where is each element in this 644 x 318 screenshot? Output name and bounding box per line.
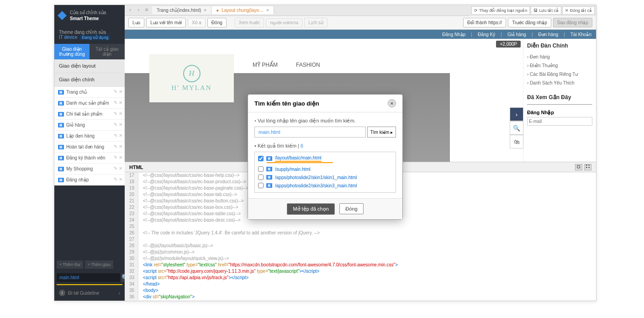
sidebar-search-input[interactable] bbox=[57, 273, 120, 282]
newbie-button[interactable]: Người mới/Khá bbox=[266, 18, 302, 27]
editor-expand-icon[interactable]: ⛶ bbox=[584, 164, 591, 170]
sync-source-button[interactable]: ⟳Thay đổi đồng loạt nguồn bbox=[471, 6, 530, 15]
nav-link[interactable]: FASHION bbox=[296, 62, 320, 68]
modal-close-footer-button[interactable]: Đóng bbox=[339, 203, 363, 214]
site-nav: MỸ PHẨMFASHION bbox=[253, 62, 320, 68]
guideline-link[interactable]: i Đi tới Guideline › bbox=[54, 285, 125, 301]
forum-title: Diễn Đàn Chính bbox=[527, 42, 592, 49]
site-logo[interactable]: H H' MYLAN bbox=[149, 54, 234, 102]
modal-search-input[interactable] bbox=[254, 127, 366, 138]
item-actions[interactable]: ✎ ✕ bbox=[114, 177, 122, 182]
sidebar-subtitle: Cửa sổ chỉnh sửa bbox=[70, 10, 106, 16]
file-type-badge: ▦ bbox=[58, 134, 64, 138]
sidebar-file-item[interactable]: ▦Đăng ký thành viên✎ ✕ bbox=[54, 153, 125, 164]
sidebar-file-item[interactable]: ▦Giỏ hàng✎ ✕ bbox=[54, 120, 125, 131]
preview-button[interactable]: Xem trước bbox=[235, 18, 264, 27]
item-actions[interactable]: ✎ ✕ bbox=[114, 155, 122, 160]
nav-link[interactable]: MỸ PHẨM bbox=[253, 62, 278, 68]
before-login-button[interactable]: Trước đăng nhập bbox=[508, 18, 551, 27]
panel-menu-item[interactable]: Các Bài Đăng Riêng Tư bbox=[527, 70, 592, 79]
item-actions[interactable]: ✎ ✕ bbox=[114, 89, 122, 94]
item-actions[interactable]: ✎ ✕ bbox=[114, 111, 122, 116]
result-checkbox[interactable] bbox=[258, 175, 264, 180]
side-icon-arrow[interactable]: › bbox=[510, 107, 523, 121]
sidebar-file-item[interactable]: ▦Trang chủ✎ ✕ bbox=[54, 87, 125, 98]
close-all-button[interactable]: ✕Đóng tất cả bbox=[562, 6, 595, 15]
results-label: Kết quả tìm kiếm bbox=[258, 143, 296, 148]
file-tab-home[interactable]: Trang chủ(index.html)× bbox=[152, 6, 211, 14]
sidebar-file-item[interactable]: ▦Đăng nhập✎ ✕ bbox=[54, 175, 125, 186]
file-type-badge: ▦ bbox=[58, 112, 64, 117]
result-item[interactable]: ▦ /apps/photoslide2/skin1/skin1_main.htm… bbox=[257, 173, 394, 181]
item-actions[interactable]: ✎ ✕ bbox=[114, 166, 122, 171]
result-checkbox[interactable] bbox=[258, 156, 264, 161]
sidebar-file-item[interactable]: ▦Chi tiết sản phẩm✎ ✕ bbox=[54, 109, 125, 120]
item-actions[interactable]: ✎ ✕ bbox=[114, 100, 122, 105]
result-item[interactable]: ▦ /layout/basic/main.html bbox=[257, 154, 394, 163]
modal-title: Tìm kiếm tên giao diện bbox=[254, 100, 319, 107]
item-actions[interactable]: ✎ ✕ bbox=[114, 122, 122, 127]
modal-prompt: Vui lòng nhập tên giao diện muốn tìm kiế… bbox=[254, 118, 396, 124]
sidebar-file-item[interactable]: ▦Hoàn tất đơn hàng✎ ✕ bbox=[54, 142, 125, 153]
top-right-bar: ⟳Thay đổi đồng loạt nguồn 🖫Lưu tất cả ✕Đ… bbox=[470, 5, 596, 16]
close-icon[interactable]: × bbox=[266, 8, 269, 13]
editor-collapse-icon[interactable]: ▢ bbox=[575, 164, 582, 170]
result-checkbox[interactable] bbox=[258, 183, 264, 188]
header-link[interactable]: Tài Khoản bbox=[570, 32, 591, 37]
section-main-header: Giao diện chính bbox=[54, 73, 125, 87]
open-selected-button[interactable]: Mở tệp đã chọn bbox=[287, 203, 334, 215]
tab-nav-left[interactable]: ‹ bbox=[127, 7, 134, 14]
save-button[interactable]: Lưu bbox=[128, 18, 144, 27]
add-interface-button[interactable]: +Thêm giao bbox=[85, 260, 113, 269]
modal-search-button[interactable]: Tìm kiếm ▸ bbox=[367, 127, 396, 138]
tab-common-interfaces[interactable]: Giao diện thường dùng bbox=[54, 44, 90, 59]
after-login-button[interactable]: Sau đăng nhập bbox=[553, 18, 592, 27]
result-path[interactable]: /layout/basic/main.html bbox=[275, 155, 322, 162]
tab-all-interfaces[interactable]: Tất cả giao diện bbox=[90, 44, 125, 59]
file-badge-icon: ▦ bbox=[266, 175, 272, 180]
result-path[interactable]: /supply/main.html bbox=[275, 167, 311, 172]
file-type-badge: ▦ bbox=[58, 145, 64, 149]
close-icon[interactable]: × bbox=[204, 8, 206, 13]
result-checkbox[interactable] bbox=[258, 166, 264, 172]
header-link[interactable]: Đăng Ký bbox=[478, 32, 495, 37]
add-folder-button[interactable]: +Thêm thư bbox=[57, 260, 83, 269]
editor-toolbar: Lưu Lưu với tên mới Xó a Đóng Xem trước … bbox=[125, 16, 596, 30]
file-type-badge: ▦ bbox=[58, 178, 64, 182]
email-input[interactable] bbox=[527, 117, 592, 126]
tab-list-icon[interactable]: ≡ bbox=[143, 7, 150, 14]
search-modal: Tìm kiếm tên giao diện × Vui lòng nhập t… bbox=[248, 94, 403, 220]
panel-menu-item[interactable]: Đơn hàng bbox=[527, 53, 592, 61]
panel-menu-item[interactable]: Điểm Thưởng bbox=[527, 61, 592, 70]
file-badge-icon: ▦ bbox=[266, 183, 272, 188]
login-title: Đăng Nhập bbox=[527, 110, 592, 116]
sidebar-file-item[interactable]: ▦Danh mục sản phẩm✎ ✕ bbox=[54, 98, 125, 109]
theme-editing-label: Theme đang chỉnh sửa bbox=[59, 30, 120, 35]
https-toggle-button[interactable]: Đổi thành https:// bbox=[463, 18, 506, 27]
side-icon-search[interactable]: 🔍 bbox=[510, 121, 523, 135]
sidebar-file-item[interactable]: ▦Lập đơn hàng✎ ✕ bbox=[54, 131, 125, 142]
side-icon-cart[interactable]: 🛍 bbox=[510, 135, 523, 148]
result-item[interactable]: ▦ /apps/photoslide2/skin3/skin3_main.htm… bbox=[257, 181, 394, 190]
site-top-links: Đăng Nhập|Đăng Ký|Giỏ hàng|Đơn hàng|Tài … bbox=[125, 30, 596, 39]
header-link[interactable]: Đăng Nhập bbox=[442, 32, 465, 37]
item-actions[interactable]: ✎ ✕ bbox=[114, 144, 122, 149]
header-link[interactable]: Đơn hàng bbox=[538, 32, 559, 37]
file-type-badge: ▦ bbox=[58, 101, 64, 106]
modal-close-button[interactable]: × bbox=[388, 99, 396, 107]
result-item[interactable]: ▦ /supply/main.html bbox=[257, 165, 394, 173]
result-path[interactable]: /apps/photoslide2/skin1/skin1_main.html bbox=[275, 175, 357, 180]
save-as-button[interactable]: Lưu với tên mới bbox=[146, 18, 186, 27]
file-type-badge: ▦ bbox=[58, 167, 64, 171]
sidebar-file-item[interactable]: ▦My Shopping✎ ✕ bbox=[54, 164, 125, 175]
close-button[interactable]: Đóng bbox=[207, 18, 227, 27]
header-link[interactable]: Giỏ hàng bbox=[507, 32, 526, 37]
save-all-button[interactable]: 🖫Lưu tất cả bbox=[531, 6, 561, 15]
file-tab-layout[interactable]: ●Layout chung(layo…× bbox=[211, 6, 274, 14]
item-actions[interactable]: ✎ ✕ bbox=[114, 133, 122, 138]
history-button[interactable]: Lịch sử bbox=[304, 18, 327, 27]
result-path[interactable]: /apps/photoslide2/skin3/skin3_main.html bbox=[275, 183, 357, 188]
panel-menu-item[interactable]: Danh Sách Yêu Thích bbox=[527, 79, 592, 87]
tab-nav-right[interactable]: › bbox=[135, 7, 142, 14]
delete-button[interactable]: Xó a bbox=[188, 18, 206, 27]
